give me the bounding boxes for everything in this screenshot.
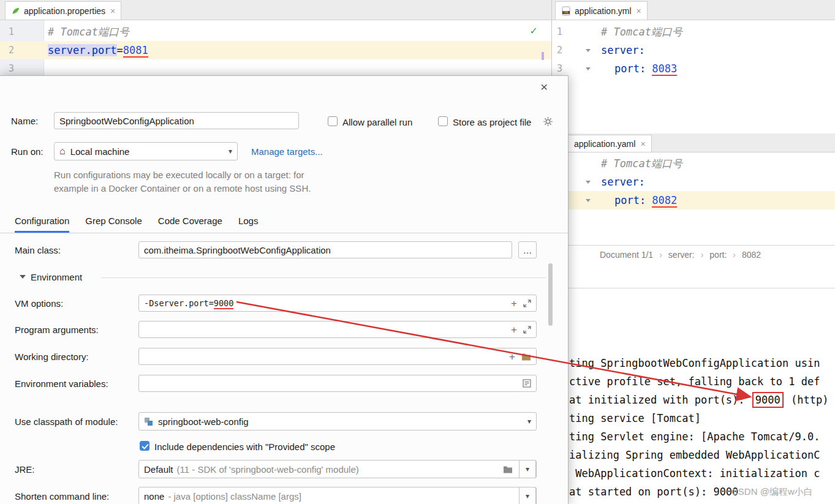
line-number: 3 xyxy=(0,63,44,74)
code-line-current: port:8082 xyxy=(552,191,835,209)
add-icon[interactable]: + xyxy=(509,352,515,362)
add-icon[interactable]: + xyxy=(511,325,517,335)
main-class-input[interactable]: com.itheima.SpringbootWebConfigApplicati… xyxy=(138,241,512,258)
fold-icon[interactable] xyxy=(586,49,591,52)
environment-section-label: Environment xyxy=(31,272,82,282)
console-line: ializing Spring embedded WebApplicationC xyxy=(569,446,835,464)
provided-scope-label[interactable]: Include dependencies with "Provided" sco… xyxy=(154,442,335,452)
allow-parallel-checkbox[interactable] xyxy=(328,116,338,126)
code-line: 2 server: xyxy=(552,41,835,59)
browse-main-class-button[interactable]: … xyxy=(518,241,537,258)
tab-close-icon[interactable]: × xyxy=(640,139,645,149)
equals-sign: = xyxy=(117,44,123,56)
tab-code-coverage[interactable]: Code Coverage xyxy=(158,216,222,233)
help-text-line1: Run configurations may be executed local… xyxy=(54,170,304,180)
console-line: ting service [Tomcat] xyxy=(569,409,835,427)
console-text: at initialized with port(s): xyxy=(569,394,751,406)
breadcrumb-item[interactable]: 8082 xyxy=(742,250,761,260)
tab-close-icon[interactable]: × xyxy=(110,6,115,16)
yaml-key: server: xyxy=(597,44,645,56)
tab-configuration[interactable]: Configuration xyxy=(15,216,69,233)
tab-application-properties[interactable]: application.properties × xyxy=(5,1,121,20)
vm-options-input[interactable]: -Dserver.port=9000 + xyxy=(138,295,537,312)
breadcrumb-item[interactable]: port: xyxy=(709,250,727,260)
tab-logs[interactable]: Logs xyxy=(238,216,259,233)
program-arguments-label: Program arguments: xyxy=(15,325,99,335)
classpath-module-select[interactable]: springboot-web-config ▾ xyxy=(138,412,537,431)
tab-label: application.yml xyxy=(575,6,632,16)
expand-icon[interactable] xyxy=(523,326,531,334)
tab-application-yml[interactable]: YML application.yml × xyxy=(555,1,648,20)
allow-parallel-label[interactable]: Allow parallel run xyxy=(342,117,412,127)
console-line: ctive profile set, falling back to 1 def xyxy=(569,372,835,391)
provided-scope-checkbox[interactable] xyxy=(140,441,149,451)
tab-close-icon[interactable]: × xyxy=(637,6,641,16)
tab-bar-yml: YML application.yml × xyxy=(552,0,835,20)
yaml-value: 8083 xyxy=(652,62,677,76)
tab-grep-console[interactable]: Grep Console xyxy=(85,216,142,233)
close-icon[interactable]: × xyxy=(540,80,548,94)
properties-editor[interactable]: 1 # Tomcat端口号 2 server.port=8081 3 ✓ xyxy=(0,20,551,75)
program-arguments-input[interactable]: + xyxy=(138,321,537,338)
name-input[interactable]: SpringbootWebConfigApplication xyxy=(54,112,299,129)
store-project-checkbox[interactable] xyxy=(438,116,448,126)
console-text: (http) xyxy=(785,394,829,406)
fold-column xyxy=(579,49,597,52)
tab-label: application.properties xyxy=(24,6,105,16)
breadcrumb-separator: › xyxy=(701,250,704,260)
fold-column xyxy=(579,181,597,184)
section-collapse-icon[interactable] xyxy=(20,275,26,279)
code-line-current: 2 server.port=8081 xyxy=(0,41,551,59)
fold-icon[interactable] xyxy=(586,67,591,70)
yaml-editor[interactable]: # Tomcat端口号 server: port:8082 xyxy=(552,152,835,245)
manage-targets-link[interactable]: Manage targets... xyxy=(251,146,323,157)
yml-file-icon: YML xyxy=(561,6,571,16)
name-value: SpringbootWebConfigApplication xyxy=(59,116,194,126)
tab-application-yaml[interactable]: application.yaml × xyxy=(568,135,652,152)
shorten-command-line-select[interactable]: none - java [options] className [args] ▾ xyxy=(138,487,537,504)
jre-select[interactable]: Default (11 - SDK of 'springboot-web-con… xyxy=(138,460,537,478)
yml-editor[interactable]: 1 # Tomcat端口号 2 server: 3 port:8083 xyxy=(552,20,835,134)
shorten-dropdown-button[interactable]: ▾ xyxy=(519,487,536,504)
ellipsis-icon: … xyxy=(523,245,532,255)
code-text: port:8082 xyxy=(597,194,677,206)
store-project-label[interactable]: Store as project file xyxy=(453,117,531,127)
breadcrumb: Document 1/1 › server: › port: › 8082 xyxy=(552,245,835,263)
dialog-tab-bar: Configuration Grep Console Code Coverage… xyxy=(15,216,258,233)
gear-icon[interactable] xyxy=(543,116,553,127)
code-text: port:8083 xyxy=(597,62,677,75)
code-line: server: xyxy=(552,173,835,191)
line-number: 1 xyxy=(0,26,44,37)
scrollbar-stripe-mark xyxy=(542,52,544,60)
editor-pane-right: YML application.yml × 1 # Tomcat端口号 2 se… xyxy=(551,0,835,504)
jre-value: Default xyxy=(144,464,173,475)
run-on-select[interactable]: ⌂ Local machine ▾ xyxy=(54,142,238,160)
classpath-module-value: springboot-web-config xyxy=(158,416,249,427)
csdn-watermark: CSDN @编程w小白 xyxy=(731,486,813,498)
yaml-value: 8082 xyxy=(652,194,677,208)
expand-icon[interactable] xyxy=(523,299,531,307)
list-icon[interactable] xyxy=(523,379,531,388)
dialog-scrollbar[interactable] xyxy=(548,263,553,326)
fold-icon[interactable] xyxy=(586,199,591,202)
environment-variables-input[interactable] xyxy=(138,375,537,392)
breadcrumb-item[interactable]: server: xyxy=(668,250,695,260)
main-class-label: Main class: xyxy=(15,245,61,255)
chevron-down-icon: ▾ xyxy=(229,147,232,156)
line-number: 2 xyxy=(0,45,44,56)
jre-hint: (11 - SDK of 'springboot-web-config' mod… xyxy=(177,464,359,475)
yaml-key: port: xyxy=(614,194,646,206)
jre-dropdown-button[interactable]: ▾ xyxy=(519,460,536,478)
breadcrumb-item[interactable]: Document 1/1 xyxy=(600,250,653,260)
ide-window: application.properties × 1 # Tomcat端口号 2… xyxy=(0,0,835,504)
shorten-command-line-label: Shorten command line: xyxy=(15,491,109,502)
fold-icon[interactable] xyxy=(586,181,591,184)
working-directory-label: Working directory: xyxy=(15,352,89,362)
shorten-value: none xyxy=(144,491,164,502)
code-line: # Tomcat端口号 xyxy=(552,154,835,173)
folder-icon[interactable] xyxy=(503,465,513,473)
run-console: ting SpringbootWebConfigApplication usin… xyxy=(552,288,835,504)
folder-icon[interactable] xyxy=(521,353,531,361)
working-directory-input[interactable]: + xyxy=(138,348,537,365)
add-icon[interactable]: + xyxy=(511,298,517,309)
